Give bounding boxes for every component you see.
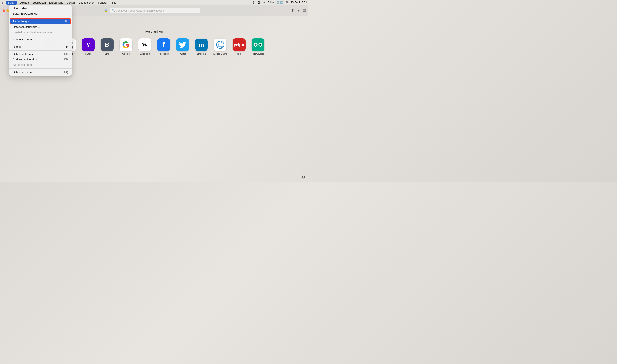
search-placeholder: Suchbegriff oder Websitenamen eingeben: [116, 9, 164, 12]
sidebar-button[interactable]: ▤: [303, 8, 306, 13]
facebook-label: Facebook: [159, 52, 169, 55]
menu-item-verlauf-loeschen[interactable]: Verlauf löschen ...: [9, 37, 72, 42]
svg-point-11: [255, 44, 255, 45]
favorite-google[interactable]: Google: [117, 38, 134, 55]
menu-separator-1: [9, 17, 72, 17]
adjust-icon[interactable]: ⚙: [302, 175, 305, 180]
menu-item-safari-ausblenden[interactable]: Safari ausblenden ⌘H: [9, 52, 72, 57]
google-label: Google: [122, 52, 130, 55]
bottom-controls: ⚙: [302, 175, 305, 180]
menu-item-andere-ausblenden[interactable]: Andere ausblenden ⌥⌘H: [9, 57, 72, 62]
google-icon: [120, 38, 132, 51]
datetime: So. 20. Juni 19:28: [286, 1, 307, 4]
apple-menu-icon[interactable]: : [2, 1, 3, 4]
favorite-tripadvisor[interactable]: TripAdvisor: [249, 38, 267, 55]
favorites-title: Favoriten: [145, 29, 163, 34]
favorite-yelp[interactable]: yelp✸ Yelp: [230, 38, 248, 55]
menu-item-einstellungen[interactable]: Einstellungen ... ⌘,: [10, 18, 71, 24]
yelp-icon: yelp✸: [233, 38, 245, 51]
favorite-wikipedia[interactable]: W Wikipedia: [136, 38, 153, 55]
menu-separator-3: [9, 43, 72, 43]
twitter-icon: [176, 38, 189, 51]
share-button[interactable]: ⬆: [291, 8, 294, 13]
wifi-icon[interactable]: ⌘: [258, 1, 260, 4]
close-button[interactable]: [2, 9, 5, 12]
favorite-bing[interactable]: B Bing: [99, 38, 116, 55]
yelp-label: Yelp: [237, 52, 241, 55]
minimize-button[interactable]: [6, 9, 9, 12]
facebook-icon: f: [157, 38, 170, 51]
favorite-twitter[interactable]: Twitter: [174, 38, 191, 55]
twitter-label: Twitter: [179, 52, 186, 55]
menu-ablage[interactable]: Ablage: [20, 1, 29, 4]
menu-lesezeichen[interactable]: Lesezeichen: [79, 1, 94, 4]
favorites-section: Favoriten Apple: [42, 29, 267, 55]
menu-item-ueber-safari[interactable]: Über Safari: [9, 6, 72, 11]
tripadvisor-label: TripAdvisor: [252, 52, 264, 55]
menu-separator-2: [9, 36, 72, 36]
linkedin-label: LinkedIn: [197, 52, 206, 55]
safari-dropdown-menu: Über Safari Safari-Erweiterungen ... Ein…: [9, 5, 72, 76]
new-tab-button[interactable]: ＋: [297, 8, 300, 13]
yahoo-icon: Y: [82, 38, 95, 51]
favorite-facebook[interactable]: f Facebook: [155, 38, 172, 55]
menu-separator-4: [9, 50, 72, 51]
wetter-label: Wetter Online: [213, 52, 227, 55]
menu-item-einstellungen-website[interactable]: Einstellungen für diese Website ...: [9, 29, 72, 35]
favorite-wetter[interactable]: Wetter Online: [212, 38, 229, 55]
wikipedia-label: Wikipedia: [140, 52, 150, 55]
address-bar[interactable]: 🔍 Suchbegriff oder Websitenamen eingeben: [109, 8, 200, 14]
wetter-icon: [214, 38, 227, 51]
favorites-grid: Apple iCloud Y Yahoo: [42, 38, 267, 55]
menu-item-datenschutzbericht[interactable]: Datenschutzbericht ...: [9, 24, 72, 29]
favorite-yahoo[interactable]: Y Yahoo: [80, 38, 97, 55]
menu-item-dienste[interactable]: Dienste ▶: [9, 44, 72, 50]
menu-fenster[interactable]: Fenster: [98, 1, 107, 4]
menu-item-safari-beenden[interactable]: Safari beenden ⌘Q: [9, 69, 72, 75]
menu-darstellung[interactable]: Darstellung: [49, 1, 63, 4]
menu-safari[interactable]: Safari: [6, 1, 17, 5]
privacy-icon: 🔒: [104, 9, 108, 13]
menubar:  Safari Ablage Bearbeiten Darstellung V…: [0, 0, 308, 5]
menu-item-alle-einblenden[interactable]: Alle einblenden: [9, 62, 72, 67]
bing-icon: B: [101, 38, 114, 51]
menu-separator-5: [9, 68, 72, 68]
bing-label: Bing: [105, 52, 109, 55]
yahoo-label: Yahoo: [85, 52, 92, 55]
siri-icon[interactable]: 🎙: [252, 1, 255, 4]
favorite-linkedin[interactable]: in LinkedIn: [193, 38, 210, 55]
menu-hilfe[interactable]: Hilfe: [111, 1, 116, 4]
search-icon: 🔍: [112, 9, 115, 12]
menu-item-safari-erweiterungen[interactable]: Safari-Erweiterungen ...: [9, 11, 72, 16]
tripadvisor-icon: [252, 38, 264, 51]
wikipedia-icon: W: [138, 38, 151, 51]
menu-extras: 🆕 🆕: [276, 1, 283, 4]
svg-point-12: [260, 44, 260, 45]
linkedin-icon: in: [195, 38, 208, 51]
battery-indicator: 92 %: [268, 1, 274, 4]
bluetooth-icon[interactable]: ∢: [263, 1, 266, 4]
menu-verlauf[interactable]: Verlauf: [67, 1, 75, 4]
menu-bearbeiten[interactable]: Bearbeiten: [32, 1, 46, 4]
